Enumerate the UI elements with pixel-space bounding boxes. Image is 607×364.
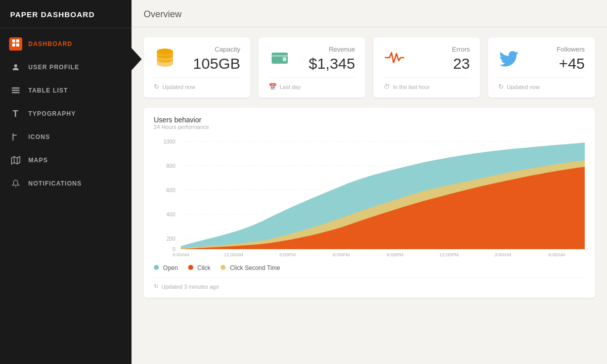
followers-label: Followers <box>556 46 585 53</box>
sidebar-item-notifications[interactable]: NOTIFICATIONS <box>0 172 132 195</box>
errors-label: Errors <box>452 46 470 53</box>
sidebar-label-typography: TYPOGRAPHY <box>28 110 76 117</box>
chart-card: Users behavior 24 Hours performance 1000… <box>144 108 595 298</box>
svg-text:3:00AM: 3:00AM <box>495 252 511 257</box>
errors-footer-icon: ⏱ <box>383 83 390 90</box>
sidebar-label-maps: MAPS <box>28 157 48 164</box>
svg-rect-5 <box>12 87 20 88</box>
svg-rect-15 <box>272 55 288 57</box>
svg-rect-0 <box>12 39 15 42</box>
chart-legend: Open Click Click Second Time <box>154 264 585 271</box>
followers-footer: Updated now <box>507 84 540 90</box>
sidebar-item-maps[interactable]: MAPS <box>0 149 132 172</box>
followers-icon <box>498 47 521 71</box>
legend-dot-open <box>154 265 159 270</box>
chart-footer-icon: ↻ <box>154 283 158 290</box>
sidebar-nav: DASHBOARD USER PROFILE TABLE LIST T TYPO… <box>0 28 132 364</box>
content-area: Capacity 105GB ↻ Updated now <box>132 27 607 308</box>
capacity-label: Capacity <box>193 46 240 53</box>
stat-card-errors: Errors 23 ⏱ In the last hour <box>373 37 480 98</box>
sidebar-label-notifications: NOTIFICATIONS <box>28 180 81 187</box>
svg-rect-7 <box>12 92 20 93</box>
svg-rect-6 <box>12 90 20 91</box>
chart-title: Users behavior <box>154 116 585 124</box>
errors-value: 23 <box>452 55 470 72</box>
maps-icon <box>10 155 21 166</box>
stats-row: Capacity 105GB ↻ Updated now <box>144 37 595 98</box>
revenue-value: $1,345 <box>309 55 355 72</box>
revenue-label: Revenue <box>309 46 355 53</box>
chart-svg: 1000 800 600 400 200 0 9:00AM 12:00AM 3 <box>154 136 585 257</box>
page-title: Overview <box>144 9 595 20</box>
chart-footer-text: Updated 3 minutes ago <box>161 284 219 290</box>
capacity-value: 105GB <box>193 55 240 72</box>
svg-rect-2 <box>12 43 15 47</box>
capacity-footer: Updated now <box>162 84 195 90</box>
user-profile-icon <box>10 62 21 73</box>
capacity-icon <box>154 47 176 71</box>
sidebar-item-icons[interactable]: ICONS <box>0 125 132 149</box>
stat-card-revenue: Revenue $1,345 📅 Last day <box>258 37 365 98</box>
revenue-footer: Last day <box>280 84 301 90</box>
svg-text:12:00AM: 12:00AM <box>224 252 243 257</box>
sidebar-item-typography[interactable]: T TYPOGRAPHY <box>0 102 132 125</box>
sidebar-brand: PAPER DASHBOARD <box>0 0 132 28</box>
capacity-footer-icon: ↻ <box>154 83 159 90</box>
followers-value: +45 <box>556 55 585 72</box>
svg-rect-1 <box>16 39 19 42</box>
svg-text:1000: 1000 <box>163 139 176 145</box>
sidebar: PAPER DASHBOARD DASHBOARD USER PROFILE T… <box>0 0 132 364</box>
table-list-icon <box>10 85 21 96</box>
main-content: Overview Capacity <box>132 0 607 364</box>
sidebar-item-user-profile[interactable]: USER PROFILE <box>0 56 132 79</box>
sidebar-label-dashboard: DASHBOARD <box>28 40 72 48</box>
chart-footer: ↻ Updated 3 minutes ago <box>154 278 585 290</box>
svg-text:12:00PM: 12:00PM <box>439 252 458 257</box>
typography-icon: T <box>10 108 21 119</box>
svg-text:6:00PM: 6:00PM <box>333 252 350 257</box>
icons-icon <box>10 131 21 143</box>
chart-area: 1000 800 600 400 200 0 9:00AM 12:00AM 3 <box>154 136 585 257</box>
svg-text:3:00PM: 3:00PM <box>279 252 296 257</box>
stat-card-followers: Followers +45 ↻ Updated now <box>488 37 595 98</box>
svg-text:9:00PM: 9:00PM <box>387 252 404 257</box>
followers-footer-icon: ↻ <box>498 83 504 90</box>
legend-click-second: Click Second Time <box>221 264 280 271</box>
errors-footer: In the last hour <box>393 84 430 90</box>
svg-rect-3 <box>16 43 19 47</box>
svg-text:200: 200 <box>166 236 176 242</box>
sidebar-label-table-list: TABLE LIST <box>28 87 68 94</box>
revenue-footer-icon: 📅 <box>269 83 277 90</box>
legend-dot-click-second <box>221 265 226 270</box>
svg-marker-10 <box>12 157 20 164</box>
errors-icon <box>383 47 406 71</box>
legend-click: Click <box>188 264 210 271</box>
svg-text:400: 400 <box>166 211 176 217</box>
svg-rect-16 <box>283 57 286 61</box>
svg-text:600: 600 <box>166 187 176 193</box>
svg-text:800: 800 <box>166 163 176 169</box>
stat-card-capacity: Capacity 105GB ↻ Updated now <box>144 37 250 98</box>
legend-open: Open <box>154 264 178 271</box>
svg-text:6:00AM: 6:00AM <box>548 252 565 257</box>
svg-point-4 <box>14 64 17 67</box>
sidebar-item-dashboard[interactable]: DASHBOARD <box>0 32 132 56</box>
svg-text:9:00AM: 9:00AM <box>172 252 189 257</box>
page-header: Overview <box>132 0 607 27</box>
notifications-icon <box>10 178 21 189</box>
sidebar-label-icons: ICONS <box>28 133 50 141</box>
revenue-icon <box>269 47 291 71</box>
legend-dot-click <box>188 265 193 270</box>
sidebar-item-table-list[interactable]: TABLE LIST <box>0 79 132 102</box>
chart-subtitle: 24 Hours performance <box>154 124 585 130</box>
sidebar-label-user-profile: USER PROFILE <box>28 64 79 71</box>
dashboard-icon <box>10 38 21 50</box>
